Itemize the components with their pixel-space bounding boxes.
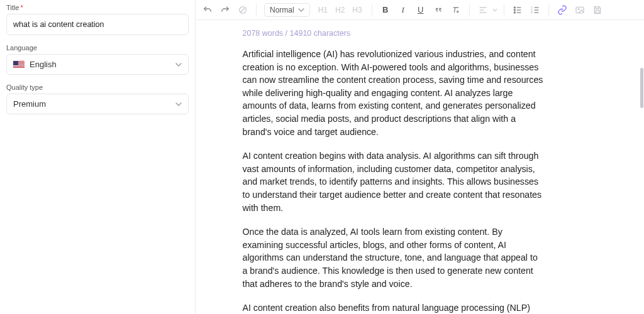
paragraph-style-value: Normal	[270, 6, 294, 14]
svg-rect-19	[596, 10, 599, 13]
language-value: English	[30, 60, 57, 69]
chevron-down-icon	[175, 62, 182, 68]
chevron-down-icon	[175, 101, 182, 107]
toolbar-separator	[372, 4, 372, 16]
document-scroll-area[interactable]: 2078 words / 14910 characters Artificial…	[196, 20, 644, 314]
paragraph-style-select[interactable]: Normal	[264, 3, 310, 17]
quote-button[interactable]	[430, 2, 447, 18]
title-input[interactable]	[6, 14, 189, 35]
h2-button[interactable]: H2	[333, 4, 347, 16]
redo-button[interactable]	[217, 2, 233, 18]
image-button[interactable]	[572, 2, 588, 18]
svg-point-18	[578, 8, 579, 9]
paragraph[interactable]: AI content creation begins with data ana…	[243, 149, 545, 214]
language-select[interactable]: English	[6, 54, 189, 75]
chevron-down-icon	[298, 7, 304, 13]
language-group: Language English	[6, 44, 189, 75]
toolbar-separator	[504, 4, 504, 16]
language-label: Language	[6, 44, 189, 51]
title-group: Title*	[6, 4, 189, 35]
svg-line-1	[240, 8, 245, 13]
bold-button[interactable]: B	[377, 2, 394, 18]
word-count: 2078 words / 14910 characters	[243, 29, 545, 38]
editor-toolbar: Normal H1 H2 H3 B I U	[196, 0, 644, 20]
numbered-list-button[interactable]: 123	[527, 2, 543, 18]
bullet-list-button[interactable]	[509, 2, 526, 18]
flag-us-icon	[13, 61, 25, 68]
title-label: Title*	[6, 4, 189, 11]
toolbar-separator	[548, 4, 549, 16]
toolbar-separator	[469, 4, 470, 16]
italic-button[interactable]: I	[395, 2, 411, 18]
document: 2078 words / 14910 characters Artificial…	[243, 20, 545, 314]
title-label-text: Title	[6, 4, 19, 11]
quality-label: Quality type	[6, 84, 189, 91]
align-button[interactable]	[475, 2, 491, 18]
h1-button[interactable]: H1	[316, 4, 330, 16]
save-button[interactable]	[589, 2, 606, 18]
link-button[interactable]	[554, 2, 570, 18]
settings-panel: Title* Language English Quality type Pre…	[0, 0, 195, 314]
heading-group: H1 H2 H3	[314, 4, 367, 16]
required-star: *	[20, 4, 23, 11]
underline-button[interactable]: U	[413, 2, 429, 18]
editor-panel: Normal H1 H2 H3 B I U	[195, 0, 644, 314]
svg-point-5	[514, 7, 515, 8]
paragraph[interactable]: AI content creation also benefits from n…	[243, 301, 545, 314]
paragraph[interactable]: Artificial intelligence (AI) has revolut…	[243, 48, 545, 138]
paragraph[interactable]: Once the data is analyzed, AI tools lear…	[243, 225, 545, 290]
h3-button[interactable]: H3	[350, 4, 364, 16]
clear-format-button[interactable]	[448, 2, 464, 18]
undo-button[interactable]	[199, 2, 216, 18]
scrollbar-thumb[interactable]	[640, 68, 643, 108]
svg-point-6	[514, 9, 515, 11]
svg-text:3: 3	[531, 11, 533, 14]
quality-group: Quality type Premium	[6, 84, 189, 114]
quality-select[interactable]: Premium	[6, 94, 189, 114]
quality-value: Premium	[13, 99, 46, 109]
toolbar-separator	[256, 4, 257, 16]
chevron-down-icon	[492, 7, 499, 13]
circle-slash-icon[interactable]	[235, 2, 251, 18]
svg-point-7	[514, 12, 515, 13]
